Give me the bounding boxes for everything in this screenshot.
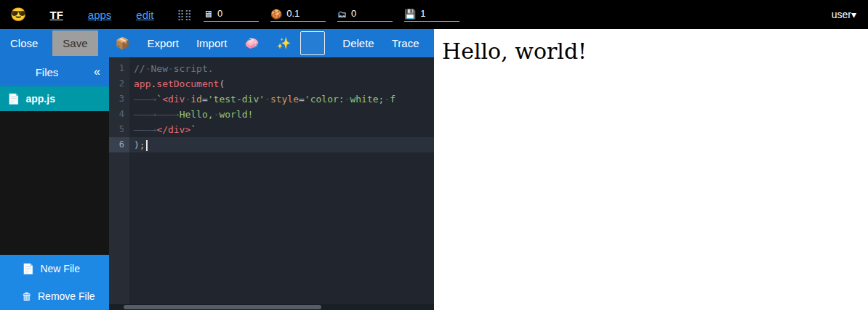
remove-file-icon: 🗑: [22, 290, 32, 302]
files-panel-title: Files: [0, 66, 94, 78]
cookie-icon: 🍪: [270, 9, 282, 19]
stat-value: 0: [217, 8, 222, 19]
trace-button[interactable]: Trace: [392, 37, 419, 49]
sparkles-icon[interactable]: ✨: [276, 36, 291, 50]
line-number: 3: [109, 91, 129, 107]
code-token: ·: [265, 94, 270, 105]
code-token: =: [202, 94, 208, 105]
computer-icon: 🖥: [204, 9, 213, 19]
code-lines[interactable]: //·New·script.app.setDocument(———→`<div·…: [129, 57, 434, 310]
package-icon[interactable]: 📦: [116, 36, 130, 50]
import-button[interactable]: Import: [196, 37, 228, 49]
nav-link-apps[interactable]: apps: [88, 9, 112, 21]
close-button[interactable]: Close: [10, 37, 38, 49]
blank-button[interactable]: [300, 31, 325, 55]
user-dropdown-label: user: [832, 9, 851, 20]
code-token: ———→: [156, 109, 179, 120]
line-number: 5: [109, 122, 129, 137]
code-token: =: [299, 94, 305, 105]
gutter: 123456: [109, 57, 129, 310]
code-editor[interactable]: 123456 //·New·script.app.setDocument(———…: [109, 57, 434, 310]
stat-value: 0: [351, 8, 356, 19]
code-token: ———→: [134, 124, 156, 135]
code-token: Hello,: [180, 109, 214, 120]
code-token: <div: [162, 94, 185, 105]
export-button[interactable]: Export: [148, 37, 179, 49]
stat-value: 0.1: [286, 8, 300, 19]
code-line[interactable]: //·New·script.: [129, 61, 434, 76]
stat-value: 1: [420, 8, 425, 19]
code-token: style: [270, 94, 299, 105]
files-panel-header: Files «: [0, 57, 109, 86]
chevron-down-icon: ▾: [851, 9, 856, 20]
code-token: white;: [350, 94, 384, 105]
document-icon: 📄: [7, 93, 20, 105]
remove-file-button[interactable]: 🗑 Remove File: [0, 282, 109, 310]
code-token: ———→: [134, 109, 156, 120]
line-number: 6: [109, 137, 129, 152]
code-token: ·: [168, 63, 174, 74]
line-number: 2: [109, 76, 129, 91]
code-token: app: [134, 78, 150, 89]
code-line[interactable]: );: [129, 137, 434, 152]
code-token: </div>: [156, 124, 190, 135]
code-token: `: [156, 94, 162, 105]
remove-file-label: Remove File: [38, 290, 95, 302]
code-token: );: [134, 139, 145, 150]
new-file-icon: 📄: [22, 263, 34, 274]
code-token: ———→: [134, 94, 156, 105]
stat-field-storage[interactable]: 💾 1: [404, 8, 459, 22]
new-file-label: New File: [40, 263, 79, 274]
file-item-label: app.js: [25, 93, 55, 105]
code-line[interactable]: app.setDocument(: [129, 76, 434, 91]
new-file-button[interactable]: 📄 New File: [0, 255, 109, 282]
save-button[interactable]: Save: [52, 30, 97, 56]
horizontal-scrollbar-track[interactable]: [109, 304, 434, 310]
code-token: f: [390, 94, 395, 105]
stat-field-compute[interactable]: 🖥 0: [204, 8, 259, 22]
code-token: script.: [174, 63, 214, 74]
text-caret: [146, 140, 148, 151]
floppy-disk-icon: 💾: [404, 9, 416, 19]
stat-field-cards[interactable]: 🗂 0: [337, 8, 393, 22]
code-line[interactable]: ———→———→Hello,·world!: [129, 107, 434, 122]
nav-link-edit[interactable]: edit: [136, 9, 153, 21]
code-token: world!: [219, 109, 253, 120]
code-token: New: [150, 63, 167, 74]
code-token: (: [219, 78, 225, 89]
brand-link[interactable]: TF: [49, 9, 63, 21]
user-dropdown[interactable]: user▾: [832, 9, 856, 20]
code-token: 'color:: [305, 94, 345, 105]
code-line[interactable]: ———→</div>`: [129, 122, 434, 137]
code-line[interactable]: ———→`<div·id='test-div'·style='color:·wh…: [129, 91, 434, 107]
code-token: 'test-div': [208, 94, 265, 105]
editor-toolbar: Close Save 📦 Export Import 🧼 ✨ Delete Tr…: [0, 29, 434, 57]
file-list-empty-area: [0, 111, 109, 255]
horizontal-scrollbar-thumb[interactable]: [124, 305, 321, 309]
app-preview-pane: Hello, world!: [434, 29, 868, 310]
topbar: 😎 TF apps edit ⣿⣿ 🖥 0 🍪 0.1 🗂 0 💾 1 user…: [0, 0, 868, 29]
preview-heading: Hello, world!: [442, 38, 868, 64]
code-token: setDocument: [156, 78, 219, 89]
card-index-icon: 🗂: [337, 9, 347, 19]
soap-icon[interactable]: 🧼: [244, 36, 259, 50]
collapse-sidebar-button[interactable]: «: [94, 65, 100, 78]
code-token: id: [190, 94, 202, 105]
line-number: 1: [109, 61, 129, 76]
file-item-appjs[interactable]: 📄 app.js: [0, 86, 109, 111]
app-logo-emoji-icon: 😎: [10, 8, 26, 21]
code-token: `: [190, 124, 196, 135]
delete-button[interactable]: Delete: [342, 37, 374, 49]
line-number: 4: [109, 107, 129, 122]
keypad-grid-icon[interactable]: ⣿⣿: [177, 9, 193, 20]
code-token: //: [134, 63, 145, 74]
stat-field-cookie[interactable]: 🍪 0.1: [270, 8, 326, 22]
